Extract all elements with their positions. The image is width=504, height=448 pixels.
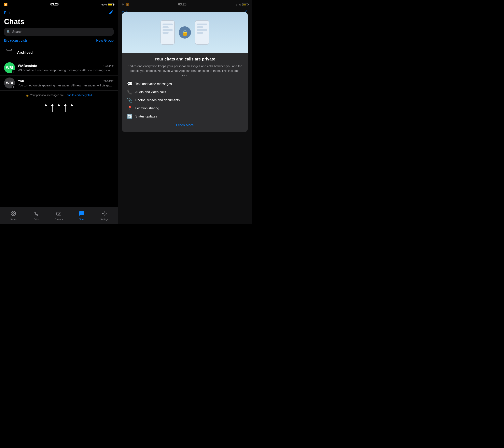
feature-label-3: Location sharing: [135, 107, 159, 110]
archive-icon: [4, 48, 14, 58]
svg-point-0: [11, 211, 16, 216]
text-voice-icon: 💬: [127, 81, 132, 87]
chat-name-you: You: [18, 79, 24, 83]
broadcast-lists-button-left[interactable]: Broadcast Lists: [4, 38, 28, 43]
learn-more-button[interactable]: Learn More: [127, 123, 243, 127]
new-group-button-left[interactable]: New Group: [96, 38, 114, 43]
nav-status[interactable]: Status: [2, 211, 25, 221]
lock-circle-icon: 🔒: [179, 26, 191, 38]
modal-overlay: ✕ 🔒: [118, 0, 252, 224]
chat-item-wabetainfo[interactable]: WBI ⏱ WABetaInfo 12/04/22 WABetaInfo tur…: [0, 60, 118, 75]
feature-text-voice: 💬 Text and voice messages: [127, 81, 243, 87]
calls-nav-icon: [34, 211, 39, 217]
search-bar-left[interactable]: 🔍 Search: [4, 28, 114, 36]
camera-nav-icon: [56, 211, 61, 217]
svg-point-1: [12, 213, 14, 215]
status-time-left: 03:26: [50, 3, 59, 6]
nav-chats[interactable]: Chats: [70, 211, 93, 221]
chat-header-wabetainfo: WABetaInfo 12/04/22: [18, 64, 114, 68]
camera-nav-label: Camera: [55, 218, 63, 221]
chat-content-wabetainfo: WABetaInfo 12/04/22 WABetaInfo turned on…: [18, 64, 114, 72]
calls-nav-label: Calls: [34, 218, 38, 221]
status-nav-icon: [11, 211, 16, 217]
arrow-1: [44, 104, 48, 112]
status-bar-left: 📶 03:26 67%: [0, 0, 118, 9]
modal-illustration: 🔒: [122, 12, 248, 53]
chat-preview-wabetainfo: WABetaInfo turned on disappearing messag…: [18, 68, 114, 72]
avatar-wabetainfo: WBI ⏱: [4, 62, 15, 73]
battery-percent-left: 67%: [101, 3, 107, 6]
status-updates-icon: 🔄: [127, 114, 132, 119]
feature-label-4: Status updates: [135, 115, 157, 118]
archived-row[interactable]: Archived: [0, 45, 118, 60]
status-bar-right-info: 67%: [101, 3, 114, 6]
chat-header-you: You 22/04/22: [18, 79, 114, 83]
header-left: Edit: [0, 9, 118, 18]
svg-point-4: [104, 213, 105, 214]
archived-label: Archived: [17, 51, 33, 55]
arrow-5: [70, 104, 73, 112]
feature-photos-docs: 📎 Photos, videos and documents: [127, 98, 243, 103]
disappear-timer-you: ⏱: [12, 85, 16, 89]
modal-title: Your chats and calls are private: [127, 57, 243, 61]
archive-box-icon: [6, 50, 12, 55]
phone-phones-graphic: 🔒: [161, 20, 209, 45]
feature-location: 📍 Location sharing: [127, 106, 243, 111]
chats-title-left: Chats: [4, 18, 24, 26]
arrow-2: [51, 104, 54, 112]
modal-features-list: 💬 Text and voice messages 📞 Audio and vi…: [127, 81, 243, 119]
scroll-arrows: [0, 99, 118, 116]
audio-video-icon: 📞: [127, 90, 132, 95]
feature-label-0: Text and voice messages: [135, 82, 172, 86]
search-placeholder-left: Search: [12, 30, 22, 34]
phone-right: [195, 20, 209, 45]
photos-docs-icon: 📎: [127, 98, 132, 103]
encryption-note: 🔒 Your personal messages are end-to-end …: [0, 91, 118, 99]
feature-status: 🔄 Status updates: [127, 114, 243, 119]
chat-time-you: 22/04/22: [103, 80, 114, 83]
chat-item-you[interactable]: WBI ⏱ You 22/04/22 You turned on disappe…: [0, 75, 118, 91]
arrow-3: [57, 104, 60, 112]
settings-nav-icon: [102, 211, 107, 217]
chat-preview-you: You turned on disappearing messages. All…: [18, 84, 114, 87]
search-icon-left: 🔍: [6, 30, 11, 34]
feature-audio-video: 📞 Audio and video calls: [127, 90, 243, 95]
battery-icon-left: [108, 3, 114, 6]
chat-list-left: Archived WBI ⏱ WABetaInfo 12/04/22 WABet…: [0, 45, 118, 207]
wifi-icon: 📶: [4, 3, 7, 6]
bottom-nav: Status Calls Camera: [0, 207, 118, 224]
modal-body: Your chats and calls are private End-to-…: [122, 53, 248, 132]
nav-camera[interactable]: Camera: [48, 211, 70, 221]
disappear-timer-wabetainfo: ⏱: [12, 70, 16, 74]
chats-nav-icon: [79, 211, 84, 217]
chat-content-you: You 22/04/22 You turned on disappearing …: [18, 79, 114, 87]
chats-nav-label: Chats: [79, 218, 85, 221]
feature-label-2: Photos, videos and documents: [135, 98, 180, 102]
location-icon: 📍: [127, 106, 132, 111]
status-bar-signals: 📶: [4, 3, 7, 6]
settings-nav-label: Settings: [100, 218, 108, 221]
avatar-you: WBI ⏱: [4, 77, 15, 89]
chat-time-wabetainfo: 12/04/22: [103, 65, 114, 68]
status-nav-label: Status: [10, 218, 17, 221]
arrow-4: [64, 104, 67, 112]
nav-settings[interactable]: Settings: [93, 211, 116, 221]
action-row-left: Broadcast Lists New Group: [0, 38, 118, 45]
compose-button-left[interactable]: [109, 10, 114, 16]
edit-button-left[interactable]: Edit: [4, 11, 10, 15]
modal-description: End-to-end encryption keeps your persona…: [127, 64, 243, 78]
phone-left: [161, 20, 175, 45]
chat-name-wabetainfo: WABetaInfo: [18, 64, 37, 68]
right-panel: ✈ 📶 03:26 67% Edit Chats 🔍 Search Broadc…: [118, 0, 252, 224]
nav-calls[interactable]: Calls: [25, 211, 48, 221]
page-title-left: Chats: [0, 18, 118, 28]
privacy-modal: ✕ 🔒: [122, 12, 248, 132]
svg-point-3: [58, 213, 60, 215]
left-panel: 📶 03:26 67% Edit Chats 🔍 Search Broadcas…: [0, 0, 118, 224]
feature-label-1: Audio and video calls: [135, 90, 166, 94]
encryption-link[interactable]: end-to-end encrypted: [67, 93, 92, 97]
